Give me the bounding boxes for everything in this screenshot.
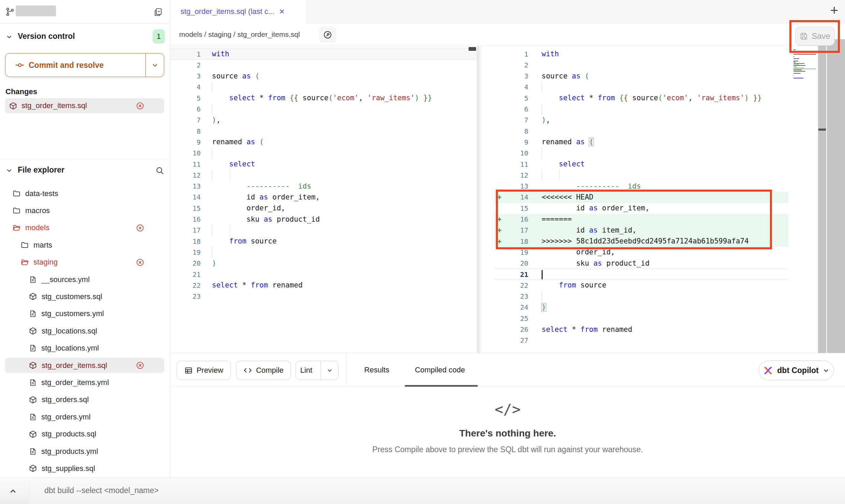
code-line-10[interactable]: 10: [494, 148, 788, 159]
code-line-26[interactable]: 26select * from renamed: [494, 324, 788, 335]
file-row-macros[interactable]: macros: [5, 203, 164, 218]
chevron-down-icon[interactable]: [6, 34, 12, 40]
commit-and-resolve-button[interactable]: Commit and resolve: [5, 53, 164, 77]
code-line-4[interactable]: 4: [494, 81, 788, 93]
code-text[interactable]: with: [532, 48, 559, 60]
code-text[interactable]: =======: [532, 214, 572, 225]
code-text[interactable]: id as order_item,: [206, 192, 320, 203]
code-text[interactable]: [206, 59, 212, 71]
code-text[interactable]: select * from renamed: [206, 280, 303, 291]
code-text[interactable]: select: [206, 159, 255, 170]
tab-results[interactable]: Results: [355, 353, 399, 387]
file-row-stg_products.yml[interactable]: stg_products.yml: [5, 444, 164, 459]
file-row-models[interactable]: models: [5, 220, 164, 236]
code-text[interactable]: ): [532, 302, 546, 313]
compile-button[interactable]: Compile: [236, 361, 291, 380]
code-line-13[interactable]: 13 ---------- ids: [494, 181, 788, 192]
code-line-3[interactable]: 3source as (: [494, 71, 788, 82]
code-line-9[interactable]: 9renamed as (: [494, 136, 788, 148]
code-line-20[interactable]: 20 sku as product_id: [494, 258, 788, 269]
discard-change-icon[interactable]: [136, 361, 144, 370]
code-line-22[interactable]: 22select * from renamed: [170, 280, 477, 291]
code-line-21[interactable]: 21: [170, 269, 477, 280]
code-line-8[interactable]: 8: [494, 125, 788, 137]
code-text[interactable]: renamed as (: [532, 136, 593, 148]
changed-file-row[interactable]: stg_order_items.sql: [5, 98, 164, 113]
file-row-marts[interactable]: marts: [5, 237, 164, 253]
code-line-20[interactable]: 20): [170, 258, 477, 269]
code-text[interactable]: order_id,: [532, 247, 615, 258]
code-text[interactable]: [206, 269, 212, 280]
file-row-stg_products.sql[interactable]: stg_products.sql: [5, 427, 164, 442]
file-row-stg_orders.sql[interactable]: stg_orders.sql: [5, 392, 164, 407]
code-line-16[interactable]: +16=======: [494, 214, 788, 225]
file-row-stg_supplies.sql[interactable]: stg_supplies.sql: [5, 461, 164, 476]
file-row-stg_order_items.sql[interactable]: stg_order_items.sql: [5, 358, 164, 373]
lint-dropdown-button[interactable]: [320, 361, 338, 380]
code-text[interactable]: select: [532, 159, 585, 170]
code-line-18[interactable]: +18>>>>>>> 58c1dd23d5eebd9cd2495fa7124ab…: [494, 236, 788, 247]
code-line-12[interactable]: 12: [170, 169, 477, 181]
lineage-compass-button[interactable]: [319, 27, 336, 43]
editor-pane-right[interactable]: 1with23source as (45 select * from {{ so…: [482, 46, 845, 353]
code-line-4[interactable]: 4: [170, 81, 477, 93]
code-text[interactable]: [206, 291, 212, 302]
code-text[interactable]: with: [206, 48, 229, 60]
code-text[interactable]: [206, 169, 230, 181]
code-text[interactable]: select * from renamed: [532, 324, 632, 335]
code-text[interactable]: [206, 225, 230, 236]
file-row-stg_customers.yml[interactable]: stg_customers.yml: [5, 306, 164, 322]
code-text[interactable]: select * from {{ source('ecom', 'raw_ite…: [532, 92, 762, 104]
code-text[interactable]: source as (: [532, 71, 589, 82]
code-line-9[interactable]: 9renamed as (: [170, 136, 477, 148]
code-text[interactable]: [532, 81, 542, 93]
code-line-1[interactable]: 1with: [170, 48, 477, 60]
command-input[interactable]: dbt build --select <model_name>: [29, 478, 845, 504]
code-text[interactable]: [532, 125, 542, 137]
code-text[interactable]: from source: [532, 280, 606, 291]
code-text[interactable]: source as (: [206, 71, 259, 82]
code-text[interactable]: id as item_id,: [532, 225, 636, 236]
new-tab-button[interactable]: +: [830, 3, 838, 18]
code-line-15[interactable]: 15 order_id,: [170, 203, 477, 214]
code-text[interactable]: from source: [206, 236, 277, 247]
code-text[interactable]: [206, 148, 212, 159]
code-line-14[interactable]: +14<<<<<<< HEAD: [494, 192, 788, 203]
chevron-down-icon[interactable]: [6, 167, 12, 174]
code-text[interactable]: sku as product_id: [206, 214, 320, 225]
scrollbar-position-marker[interactable]: [818, 129, 826, 131]
code-line-11[interactable]: 11 select: [494, 159, 788, 170]
left-pane-scrollbar-thumb[interactable]: [469, 47, 476, 51]
code-line-24[interactable]: 24): [494, 302, 788, 313]
code-text[interactable]: [532, 313, 542, 324]
file-row-staging[interactable]: staging: [5, 255, 164, 270]
code-text[interactable]: [532, 291, 542, 302]
file-row-stg_locations.yml[interactable]: stg_locations.yml: [5, 341, 164, 356]
code-line-27[interactable]: 27: [494, 335, 788, 346]
code-text[interactable]: ),: [532, 115, 550, 126]
code-text[interactable]: [532, 269, 542, 280]
code-text[interactable]: [532, 148, 542, 159]
code-text[interactable]: [532, 59, 542, 71]
code-line-13[interactable]: 13 ---------- ids: [170, 181, 477, 192]
file-row-stg_customers.sql[interactable]: stg_customers.sql: [5, 289, 164, 304]
code-line-23[interactable]: 23: [170, 291, 477, 302]
code-text[interactable]: [206, 104, 212, 115]
discard-change-icon[interactable]: [136, 224, 144, 232]
file-row-stg_orders.yml[interactable]: stg_orders.yml: [5, 409, 164, 425]
code-text[interactable]: ---------- ids: [206, 181, 311, 192]
minimap[interactable]: [793, 49, 817, 162]
code-line-12[interactable]: 12: [494, 169, 788, 181]
code-line-1[interactable]: 1with: [494, 48, 788, 60]
code-line-7[interactable]: 7),: [494, 115, 788, 126]
editor-scrollbar[interactable]: [818, 39, 845, 353]
lint-button[interactable]: Lint: [296, 361, 339, 380]
code-text[interactable]: ---------- ids: [532, 181, 641, 192]
code-line-5[interactable]: 5 select * from {{ source('ecom', 'raw_i…: [170, 92, 477, 104]
code-line-3[interactable]: 3source as (: [170, 71, 477, 82]
code-line-10[interactable]: 10: [170, 148, 477, 159]
code-text[interactable]: [206, 247, 212, 258]
code-line-7[interactable]: 7),: [170, 115, 477, 126]
code-text[interactable]: renamed as (: [206, 136, 264, 148]
code-line-19[interactable]: 19: [170, 247, 477, 258]
